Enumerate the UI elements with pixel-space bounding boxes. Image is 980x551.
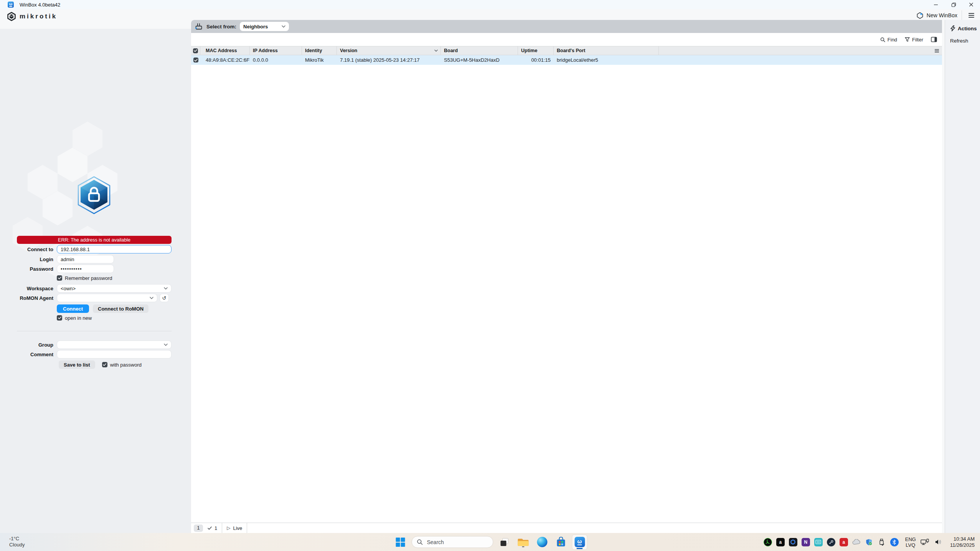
column-menu-icon xyxy=(935,49,939,53)
form-divider xyxy=(17,331,172,331)
romon-refresh-button[interactable]: ↺ xyxy=(160,294,169,302)
steam-tray-icon[interactable] xyxy=(827,538,835,546)
login-form: ERR: The address is not available Connec… xyxy=(17,236,172,374)
table-row[interactable]: 48:A9:8A:CE:2C:6F 0.0.0.0 MikroTik 7.19.… xyxy=(191,55,942,65)
open-in-new-checkbox[interactable] xyxy=(57,315,62,321)
task-view-icon xyxy=(499,537,510,548)
connect-to-input[interactable]: 192.168.88.1 xyxy=(57,245,172,253)
n-app-tray-icon[interactable]: N xyxy=(802,538,810,546)
search-placeholder: Search xyxy=(427,539,444,545)
close-button[interactable] xyxy=(962,0,980,9)
comment-row: Comment xyxy=(17,350,172,359)
file-explorer-button[interactable] xyxy=(516,535,531,550)
cell-uptime: 00:01:15 xyxy=(518,55,554,65)
login-row: Login admin xyxy=(17,255,172,263)
search-icon xyxy=(880,37,885,42)
group-select[interactable] xyxy=(57,340,172,349)
close-icon xyxy=(969,2,973,7)
volume-tray-icon[interactable] xyxy=(934,538,943,546)
column-header-ip[interactable]: IP Address xyxy=(250,46,302,55)
taskbar-clock[interactable]: 10:34 AM 11/26/2025 xyxy=(950,536,975,548)
table-header: MAC Address IP Address Identity Version … xyxy=(191,46,942,55)
romon-agent-row: RoMON Agent ↺ xyxy=(17,294,172,302)
new-winbox-button[interactable]: New WinBox xyxy=(916,12,957,19)
select-from-dropdown[interactable]: Neighbors xyxy=(240,22,289,31)
side-panel-icon xyxy=(931,37,937,42)
connect-to-romon-button[interactable]: Connect to RoMON xyxy=(93,304,148,313)
ring-utility-tray-icon[interactable] xyxy=(789,538,797,546)
check-icon xyxy=(58,276,61,280)
clock-time: 10:34 AM xyxy=(950,536,975,542)
minimize-button[interactable] xyxy=(927,0,945,9)
comment-input[interactable] xyxy=(57,350,172,359)
filter-icon xyxy=(905,37,910,42)
open-in-new-label: open in new xyxy=(65,315,92,321)
onedrive-tray-icon[interactable] xyxy=(852,538,861,546)
play-icon: ▷ xyxy=(227,525,230,531)
system-tray: a N a xyxy=(764,533,980,551)
refresh-action[interactable]: Refresh xyxy=(945,38,980,44)
select-all-checkbox[interactable] xyxy=(191,46,200,55)
edge-browser-button[interactable] xyxy=(535,535,550,550)
column-header-board[interactable]: Board xyxy=(441,46,518,55)
open-in-new-row: open in new xyxy=(17,315,172,321)
keyboard-layout: LVQ xyxy=(905,542,916,548)
winbox-glyph-underline xyxy=(9,6,12,7)
page-button[interactable]: 1 xyxy=(194,525,203,532)
save-to-list-button[interactable]: Save to list xyxy=(59,360,95,369)
password-input[interactable]: •••••••••• xyxy=(57,265,114,273)
amd-red-tray-icon[interactable]: a xyxy=(840,538,848,546)
main-menu-button[interactable] xyxy=(966,10,976,20)
winbox-app-icon: ω xyxy=(8,2,14,8)
task-view-button[interactable] xyxy=(497,535,512,550)
start-button[interactable] xyxy=(393,535,408,550)
maximize-button[interactable] xyxy=(945,0,962,9)
check-icon xyxy=(194,49,197,52)
razer-tray-icon[interactable] xyxy=(764,538,772,546)
password-row: Password •••••••••• xyxy=(17,265,172,273)
title-bar: ω WinBox 4.0beta42 xyxy=(0,0,980,9)
column-header-version[interactable]: Version xyxy=(337,46,441,55)
edge-icon xyxy=(537,537,547,547)
table-tools-row: Find Filter xyxy=(191,33,942,46)
windows-security-tray-icon[interactable] xyxy=(865,538,873,546)
workspace-row: Workspace <own> xyxy=(17,284,172,293)
brand-text: mikrotik xyxy=(20,13,57,20)
login-input[interactable]: admin xyxy=(57,255,114,263)
workspace-select[interactable]: <own> xyxy=(57,284,172,293)
column-header-mac[interactable]: MAC Address xyxy=(200,46,250,55)
folder-icon xyxy=(518,537,529,547)
live-button[interactable]: ▷ Live xyxy=(222,523,247,533)
bluetooth-tray-icon[interactable] xyxy=(890,538,899,546)
workspace-label: Workspace xyxy=(17,286,53,291)
taskbar-search[interactable]: Search xyxy=(412,536,493,548)
winbox-glyph: ω xyxy=(9,2,12,6)
winbox-taskbar-button[interactable]: ω xyxy=(572,535,587,550)
toggle-side-panel-button[interactable] xyxy=(931,37,937,42)
amd-tray-icon[interactable]: a xyxy=(776,538,785,546)
check-icon xyxy=(208,526,212,530)
microsoft-store-button[interactable] xyxy=(553,535,569,550)
column-menu-button[interactable] xyxy=(935,46,939,55)
comment-label: Comment xyxy=(17,352,53,357)
column-header-identity[interactable]: Identity xyxy=(302,46,337,55)
keyboard-utility-tray-icon[interactable] xyxy=(814,538,823,546)
column-header-uptime[interactable]: Uptime xyxy=(518,46,554,55)
network-tray-icon[interactable] xyxy=(920,538,930,546)
filter-button[interactable]: Filter xyxy=(905,37,923,43)
remember-password-checkbox[interactable] xyxy=(57,275,62,281)
check-icon xyxy=(58,316,61,319)
connect-button[interactable]: Connect xyxy=(57,304,89,313)
actions-sidebar: Actions Refresh xyxy=(945,20,980,533)
cell-board: S53UG+M-5HaxD2HaxD xyxy=(441,55,518,65)
live-label: Live xyxy=(233,525,242,531)
find-button[interactable]: Find xyxy=(880,37,897,43)
weather-widget[interactable]: -1°C Cloudy xyxy=(9,536,25,548)
actions-title: Actions xyxy=(958,26,977,31)
row-checkbox[interactable] xyxy=(191,55,200,65)
with-password-checkbox[interactable] xyxy=(102,362,107,367)
language-switcher[interactable]: ENG LVQ xyxy=(905,536,916,548)
column-header-port[interactable]: Board's Port xyxy=(554,46,659,55)
usb-eject-tray-icon[interactable] xyxy=(878,538,886,546)
romon-agent-select[interactable] xyxy=(57,294,157,302)
